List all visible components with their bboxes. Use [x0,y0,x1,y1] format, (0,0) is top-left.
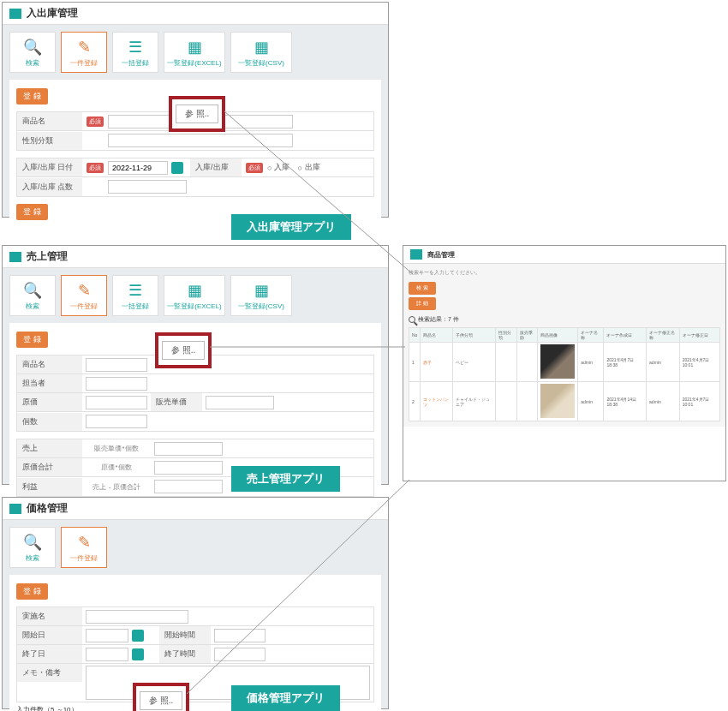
reference-button[interactable]: 参 照.. [140,691,182,710]
register-button-bottom[interactable]: 登 録 [16,204,48,220]
mini-search-button[interactable]: 検 索 [409,282,436,295]
calendar-icon[interactable] [171,162,183,174]
tab-label: 一件登録 [70,553,98,563]
csv-icon: ▦ [254,38,269,57]
label-cost: 原価 [17,393,82,411]
th-cat[interactable]: 子供分類 [452,328,496,343]
app-icon [9,9,21,19]
tab-label: 検索 [26,553,39,563]
mini-detail-button[interactable]: 詳 細 [409,297,436,310]
staff-input[interactable] [86,377,147,391]
calc-profit: 売上 - 原価合計 [82,482,151,492]
label-start: 開始日 [17,626,82,644]
label-end-time: 終了時間 [159,645,211,663]
label-memo: メモ・備考 [17,664,82,682]
th-user[interactable]: オーナ名称 [578,328,604,343]
edit-icon: ✎ [78,38,91,57]
tabs: 🔍検索 ✎一件登録 ☰一括登録 ▦一覧登録(EXCEL) ▦一覧登録(CSV) [3,268,388,323]
excel-icon: ▦ [188,281,202,300]
mini-body: 検索キーを入力してください。 検 索 詳 細 検索結果：7 件 No 商品名 子… [403,264,725,427]
cost-input[interactable] [86,396,147,409]
name-input[interactable] [86,610,188,624]
tab-bulk[interactable]: ☰一括登録 [112,275,158,316]
product-input[interactable] [86,358,147,372]
td-no: 1 [409,343,421,382]
th-season[interactable]: 販売季節 [516,328,538,343]
tab-label: 一括登録 [122,58,149,68]
th-muser[interactable]: オーナ修正名称 [647,328,680,343]
panel-header: 売上管理 [3,246,388,268]
qty-input[interactable] [86,415,147,428]
th-img[interactable]: 商品画像 [538,328,578,343]
search-icon: 🔍 [23,281,42,300]
calc-sales: 販売単価*個数 [82,444,151,453]
tab-label: 一件登録 [70,302,98,311]
tab-single[interactable]: ✎一件登録 [61,32,107,73]
product-thumbnail [540,344,575,379]
table-row[interactable]: 2 コットンパンツ チャイルド・ジュニア admin 2021年4月14日 18… [409,382,720,421]
label-product: 商品名 [17,356,82,373]
sales-output [154,442,223,456]
tab-single[interactable]: ✎一件登録 [61,527,107,568]
radio-out[interactable]: ○ [297,164,301,172]
register-button[interactable]: 登 録 [16,88,48,105]
form-block-2: 入庫/出庫 日付 必須 入庫/出庫 必須 ○入庫○出庫 入庫/出庫 点数 [16,158,374,197]
label-category: 性別分類 [17,132,82,150]
td-cdate: 2021年4月7日 18:38 [604,343,647,382]
label-price: 販売単価 [151,393,202,411]
tab-bulk[interactable]: ☰一括登録 [112,32,158,73]
panel-header: 商品管理 [403,246,725,264]
th-no[interactable]: No [409,328,421,343]
td-no: 2 [409,382,421,421]
tab-search[interactable]: 🔍検索 [9,275,56,316]
tab-excel[interactable]: ▦一覧登録(EXCEL) [164,275,225,316]
register-button[interactable]: 登 録 [16,583,48,600]
result-table: No 商品名 子供分類 性別分類 販売季節 商品画像 オーナ名称 オーナ作成日 … [409,327,720,421]
th-cat2[interactable]: 性別分類 [496,328,517,343]
category-input[interactable] [108,134,293,147]
radio-in[interactable]: ○ [267,164,272,172]
app-icon [9,504,21,514]
count-input[interactable] [108,180,187,194]
reference-button[interactable]: 参 照.. [176,105,218,123]
start-date-input[interactable] [86,629,128,642]
date-input[interactable] [108,161,168,175]
tab-excel[interactable]: ▦一覧登録(EXCEL) [164,32,225,73]
reference-button[interactable]: 参 照.. [162,341,205,360]
panel-title: 価格管理 [27,501,68,516]
price-panel: 価格管理 🔍検索 ✎一件登録 登 録 実施名 開始日開始時間 終了日終了時間 メ… [2,497,389,709]
td-name[interactable]: コットンパンツ [421,382,452,421]
th-cdate[interactable]: オーナ作成日 [604,328,647,343]
td-user: admin [578,343,604,382]
calendar-icon[interactable] [132,648,144,660]
td-cdate: 2021年4月14日 18:38 [604,382,647,421]
tab-csv[interactable]: ▦一覧登録(CSV) [230,32,292,73]
th-mdate[interactable]: オーナ修正日 [679,328,719,343]
tab-search[interactable]: 🔍検索 [9,32,56,73]
label-date: 入庫/出庫 日付 [17,158,82,176]
result-count: 検索結果：7 件 [409,315,720,324]
start-time-input[interactable] [214,629,266,642]
table-row[interactable]: 1 赤子 ベビー admin 2021年4月7日 18:38 admin 202… [409,343,720,382]
csv-icon: ▦ [254,281,269,300]
price-input[interactable] [206,396,274,409]
end-date-input[interactable] [86,648,128,661]
register-button[interactable]: 登 録 [16,332,48,348]
calendar-icon[interactable] [132,630,144,642]
tab-single[interactable]: ✎一件登録 [61,275,107,316]
excel-icon: ▦ [188,38,202,57]
label-start-time: 開始時間 [159,626,211,644]
end-time-input[interactable] [214,648,266,661]
panel-title: 入出庫管理 [27,6,78,21]
td-cat: チャイルド・ジュニア [452,382,496,421]
label-type: 入庫/出庫 [190,158,242,176]
tab-search[interactable]: 🔍検索 [9,527,56,568]
tab-csv[interactable]: ▦一覧登録(CSV) [230,275,292,316]
tabs: 🔍検索 ✎一件登録 ☰一括登録 ▦一覧登録(EXCEL) ▦一覧登録(CSV) [3,25,388,80]
td-name[interactable]: 赤子 [421,343,452,382]
tab-label: 検索 [26,58,39,68]
app-icon [9,252,21,262]
tab-label: 一括登録 [122,302,149,311]
panel-title: 商品管理 [427,250,455,260]
th-name[interactable]: 商品名 [421,328,452,343]
